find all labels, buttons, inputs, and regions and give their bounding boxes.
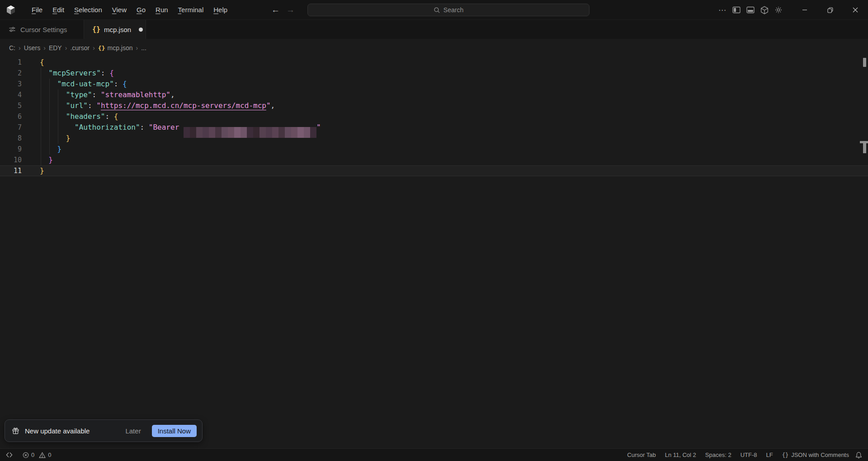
cursor-cube-icon[interactable] [760, 5, 769, 14]
later-button[interactable]: Later [123, 425, 143, 437]
menu-item-terminal[interactable]: Terminal [173, 4, 209, 16]
code-line[interactable]: 3 "mcd-uat-mcp": { [0, 79, 868, 89]
status-item-ln-11-col-2[interactable]: Ln 11, Col 2 [665, 452, 696, 458]
update-notification: New update available Later Install Now [5, 419, 203, 442]
tab-mcp-json[interactable]: {} mcp.json [84, 20, 146, 39]
breadcrumb-separator: › [136, 44, 138, 52]
code-line[interactable]: 11} [0, 165, 868, 176]
breadcrumb-item[interactable]: Users [24, 44, 41, 52]
status-item-label: JSON with Comments [791, 452, 849, 458]
code-token: { [40, 58, 44, 66]
menu-item-help[interactable]: Help [208, 4, 232, 16]
line-number: 6 [0, 111, 22, 122]
breadcrumb-separator: › [43, 44, 46, 52]
menu-item-view[interactable]: View [107, 4, 132, 16]
code-token: : [92, 90, 101, 99]
status-item-utf-8[interactable]: UTF-8 [741, 452, 757, 458]
cursor-window: FileEditSelectionViewGoRunTerminalHelp ←… [0, 0, 868, 461]
menu-item-go[interactable]: Go [132, 4, 151, 16]
title-bar: FileEditSelectionViewGoRunTerminalHelp ←… [0, 0, 868, 20]
more-actions-icon[interactable]: ⋯ [718, 5, 727, 14]
line-number: 4 [0, 89, 22, 100]
menu-bar-items: FileEditSelectionViewGoRunTerminalHelp [27, 4, 232, 16]
breadcrumb-item[interactable]: {}mcp.json [98, 44, 133, 52]
breadcrumb-label: Users [24, 44, 41, 52]
code-editor[interactable]: 1{2 "mcpServers": {3 "mcd-uat-mcp": {4 "… [0, 57, 868, 448]
breadcrumb-label: .cursor [70, 44, 90, 52]
code-token: "mcpServers" [48, 69, 101, 77]
window-controls [792, 0, 868, 20]
remote-indicator[interactable] [6, 452, 13, 458]
code-line[interactable]: 5 "url": "https://mcp.mcd.cn/mcp-servers… [0, 100, 868, 111]
breadcrumb-item[interactable]: .cursor [70, 44, 90, 52]
breadcrumb-label: ... [141, 44, 146, 52]
code-line[interactable]: 7 "Authorization": "Bearer " [0, 122, 868, 133]
tab-cursor-settings[interactable]: Cursor Settings [0, 20, 84, 39]
code-line[interactable]: 10 } [0, 155, 868, 165]
search-input[interactable]: Search [307, 4, 590, 16]
search-icon [434, 7, 440, 14]
code-text: "mcd-uat-mcp": { [22, 79, 127, 89]
code-line[interactable]: 2 "mcpServers": { [0, 68, 868, 79]
menu-item-run[interactable]: Run [151, 4, 173, 16]
status-item-cursor-tab[interactable]: Cursor Tab [627, 452, 656, 458]
breadcrumb-item[interactable]: EDY [49, 44, 62, 52]
history-navigation: ← → [271, 0, 295, 20]
overview-ruler-cursor-mark [863, 143, 866, 153]
code-token: "streamablehttp" [101, 90, 170, 99]
breadcrumb-item[interactable]: C: [9, 44, 15, 52]
forward-arrow-icon[interactable]: → [286, 5, 295, 15]
overview-ruler-mark [863, 58, 866, 67]
code-token: "url" [66, 101, 88, 110]
back-arrow-icon[interactable]: ← [271, 5, 280, 15]
code-token [40, 134, 66, 142]
code-line[interactable]: 9 } [0, 144, 868, 155]
gear-icon[interactable] [774, 5, 783, 14]
code-line[interactable]: 8 } [0, 133, 868, 144]
restore-button[interactable] [817, 0, 843, 20]
problems-indicator[interactable]: 0 0 [23, 452, 51, 458]
status-item-lf[interactable]: LF [766, 452, 773, 458]
code-token: : [101, 69, 109, 77]
notifications-bell-icon[interactable] [855, 452, 862, 459]
code-token: { [123, 80, 127, 88]
warning-count: 0 [48, 452, 51, 458]
indent-guide [49, 79, 50, 155]
code-text: "Authorization": "Bearer " [22, 122, 321, 133]
code-token [40, 101, 66, 110]
toggle-panel-icon[interactable] [746, 5, 755, 14]
code-token [40, 145, 57, 153]
minimize-button[interactable] [792, 0, 817, 20]
cursor-logo-icon [6, 5, 16, 15]
line-number: 11 [0, 165, 22, 176]
code-line[interactable]: 4 "type": "streamablehttp", [0, 89, 868, 100]
install-now-button[interactable]: Install Now [152, 425, 197, 437]
code-token [40, 80, 57, 88]
menu-item-file[interactable]: File [27, 4, 47, 16]
close-button[interactable] [843, 0, 868, 20]
modified-dot-icon[interactable] [139, 28, 143, 32]
menu-item-selection[interactable]: Selection [69, 4, 107, 16]
status-item-json-with-comments[interactable]: {}JSON with Comments [782, 452, 849, 458]
code-line[interactable]: 6 "headers": { [0, 111, 868, 122]
code-token: https://mcp.mcd.cn/mcp-servers/mcd-mcp [101, 101, 266, 110]
code-token: { [114, 112, 118, 121]
status-item-label: LF [766, 452, 773, 458]
code-token: : [140, 123, 149, 132]
line-number: 1 [0, 57, 22, 68]
line-number: 5 [0, 100, 22, 111]
code-text: } [22, 155, 53, 165]
code-line[interactable]: 1{ [0, 57, 868, 68]
code-text: { [22, 57, 44, 68]
menu-item-edit[interactable]: Edit [47, 4, 69, 16]
status-item-spaces-2[interactable]: Spaces: 2 [705, 452, 731, 458]
breadcrumb-separator: › [19, 44, 21, 52]
status-bar: 0 0 Cursor TabLn 11, Col 2Spaces: 2UTF-8… [0, 448, 868, 461]
code-token: } [66, 134, 71, 142]
breadcrumb-item[interactable]: ... [141, 44, 146, 52]
code-token: : [88, 101, 96, 110]
toggle-sidebar-icon[interactable] [732, 5, 741, 14]
editor-tab-bar: Cursor Settings {} mcp.json ⋯ [0, 20, 868, 39]
code-text: } [22, 144, 61, 155]
sliders-icon [9, 26, 16, 33]
